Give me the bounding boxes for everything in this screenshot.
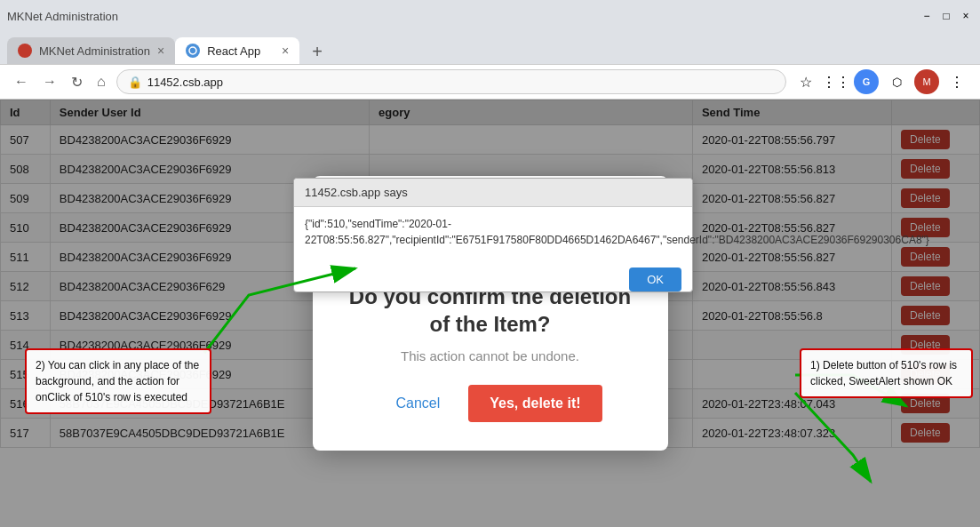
title-bar-label: MKNet Administration [7,10,118,23]
modal-overlay[interactable]: Do you confirm the deletion of the Item?… [0,100,980,527]
tab-mknet-icon [18,44,32,58]
annotation-left: 2) You can click in any place of the bac… [25,348,211,414]
new-tab-button[interactable]: + [303,39,331,64]
home-button[interactable]: ⌂ [93,72,109,92]
browser-dialog-body: {"id":510,"sendTime":"2020-01-22T08:55:5… [294,207,692,260]
menu-button[interactable]: ⋮ [944,69,969,94]
extensions-button[interactable]: ⋮⋮ [824,69,849,94]
close-button[interactable]: × [959,9,973,23]
sweet-alert-buttons: Cancel Yes, delete it! [348,385,633,422]
tab-react-icon [186,44,200,58]
tab-mknet-label: MKNet Administration [39,44,150,58]
title-bar-controls: − □ × [920,9,973,23]
page-content: Id Sender User Id egory Send Time 507 BD… [0,100,980,527]
tab-mknet-close[interactable]: × [157,44,164,58]
translate-button[interactable]: G [854,69,879,94]
tab-react-close[interactable]: × [282,44,289,58]
browser-dialog-ok-button[interactable]: OK [629,267,681,291]
address-input[interactable]: 🔒 11452.csb.app [116,69,786,94]
back-button[interactable]: ← [11,72,32,92]
bookmark-button[interactable]: ☆ [793,69,818,94]
capture-button[interactable]: ⬡ [884,69,909,94]
address-bar: ← → ↻ ⌂ 🔒 11452.csb.app ☆ ⋮⋮ G ⬡ M ⋮ [0,64,980,100]
user-button[interactable]: M [914,69,939,94]
address-text: 11452.csb.app [147,76,223,89]
tab-react-label: React App [207,44,260,58]
svg-point-0 [189,47,196,54]
forward-button[interactable]: → [39,72,60,92]
title-bar: MKNet Administration − □ × [0,0,980,32]
tab-mknet[interactable]: MKNet Administration × [7,37,175,64]
sweet-alert-text: This action cannot be undone. [348,348,633,363]
annotation-right: 1) Delete button of 510's row is clicked… [800,348,973,398]
browser-actions: ☆ ⋮⋮ G ⬡ M ⋮ [793,69,969,94]
browser-dialog: 11452.csb.app says {"id":510,"sendTime":… [293,178,693,292]
cancel-button[interactable]: Cancel [378,385,458,422]
maximize-button[interactable]: □ [939,9,953,23]
refresh-button[interactable]: ↻ [68,72,86,92]
tab-react[interactable]: React App × [175,37,299,64]
confirm-button[interactable]: Yes, delete it! [468,385,602,422]
minimize-button[interactable]: − [920,9,934,23]
browser-dialog-header: 11452.csb.app says [294,179,692,207]
tabs-bar: MKNet Administration × React App × + [0,32,980,64]
